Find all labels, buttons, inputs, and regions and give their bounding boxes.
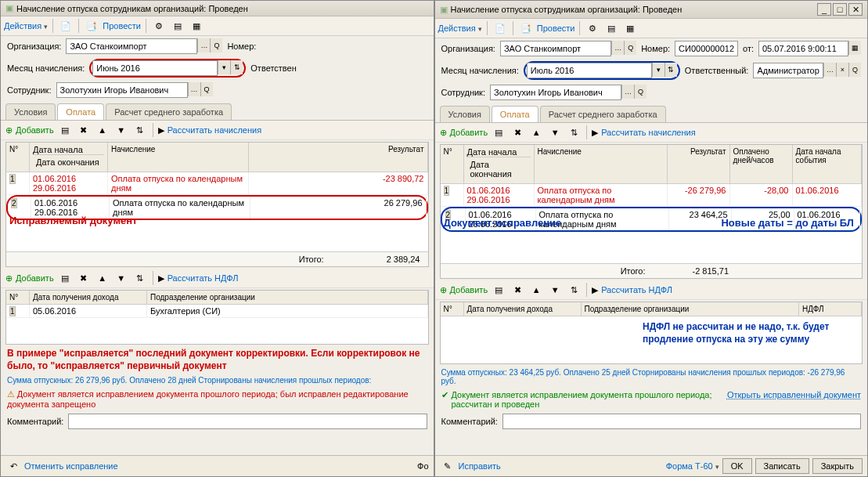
calc-ndfl-link[interactable]: Рассчитать НДФЛ xyxy=(601,285,672,295)
save-button[interactable]: Записать xyxy=(755,458,809,474)
grid-tool5[interactable]: ⇅ xyxy=(132,122,148,138)
add-icon2[interactable]: ⊕ xyxy=(440,285,447,295)
actions-menu[interactable]: Действия ▾ xyxy=(438,23,482,33)
month-dd-btn[interactable]: ▾ xyxy=(218,60,230,74)
month-dd-btn[interactable]: ▾ xyxy=(652,63,665,77)
close-btn[interactable]: ✕ xyxy=(848,3,863,16)
new-icon[interactable]: 📄 xyxy=(58,18,74,34)
comment-input[interactable] xyxy=(68,414,427,429)
post-icon[interactable]: 📑 xyxy=(84,18,99,34)
add-link[interactable]: Добавить xyxy=(450,128,488,137)
add-icon[interactable]: ⊕ xyxy=(5,125,13,136)
month-spin-btn[interactable]: ⇅ xyxy=(665,63,677,77)
date-input[interactable]: 05.07.2016 9:00:11 xyxy=(758,41,848,56)
grid2-tool1[interactable]: ▤ xyxy=(57,270,73,286)
month-spin-btn[interactable]: ⇅ xyxy=(230,60,243,74)
org-select-btn[interactable]: … xyxy=(197,38,210,52)
cancel-fix-icon[interactable]: ↶ xyxy=(5,458,21,474)
emp-select-btn[interactable]: … xyxy=(621,85,634,99)
month-input[interactable]: Июнь 2016 xyxy=(92,60,218,76)
add-link2[interactable]: Добавить xyxy=(450,285,488,295)
table-row[interactable]: 1 01.06.2016 29.06.2016 Оплата отпуска п… xyxy=(6,172,428,195)
add-icon2[interactable]: ⊕ xyxy=(5,273,13,284)
form-link[interactable]: Форма Т-60 ▾ xyxy=(666,461,719,471)
emp-clear-btn[interactable]: Q xyxy=(200,82,213,96)
resp-open-btn[interactable]: Q xyxy=(848,63,861,77)
calc-icon2[interactable]: ▶ xyxy=(592,285,598,295)
grid-tool1[interactable]: ▤ xyxy=(491,125,506,140)
emp-input[interactable]: Золотухин Игорь Иванович xyxy=(490,85,621,100)
post-link[interactable]: Провести xyxy=(537,23,575,33)
post-icon[interactable]: 📑 xyxy=(518,20,534,36)
table-row[interactable]: 1 05.06.2016 Бухгалтерия (СИ) xyxy=(6,305,428,318)
org-input[interactable]: ЗАО Станкоимпорт xyxy=(500,41,611,56)
accrual-table: N° Дата начала Дата окончания Начисление… xyxy=(5,142,429,267)
resp-clear-btn[interactable]: × xyxy=(836,63,848,77)
emp-select-btn[interactable]: … xyxy=(188,82,200,96)
cancel-fix-link[interactable]: Отменить исправление xyxy=(24,461,118,471)
calc-icon[interactable]: ▶ xyxy=(592,128,598,138)
tab-avg[interactable]: Расчет среднего заработка xyxy=(540,106,666,122)
calc-ndfl-link[interactable]: Рассчитать НДФЛ xyxy=(167,273,239,283)
grid2-tool1[interactable]: ▤ xyxy=(491,282,506,298)
grid-tool3[interactable]: ▲ xyxy=(95,122,110,138)
add-link2[interactable]: Добавить xyxy=(16,273,54,283)
num-input[interactable]: СИ000000012 xyxy=(675,41,738,56)
tree-icon[interactable]: ▦ xyxy=(189,18,204,34)
grid-tool3[interactable]: ▲ xyxy=(528,125,544,140)
list-icon[interactable]: ▤ xyxy=(603,20,619,36)
org-clear-btn[interactable]: Q xyxy=(210,38,222,52)
calc-icon2[interactable]: ▶ xyxy=(158,273,164,284)
status-right: ✔ Документ является исправлением докумен… xyxy=(435,388,868,411)
close-button[interactable]: Закрыть xyxy=(812,458,863,474)
resp-input[interactable]: Администратор xyxy=(753,63,823,78)
ok-button[interactable]: OK xyxy=(722,458,752,474)
maximize-btn[interactable]: □ xyxy=(833,3,847,16)
list-icon[interactable]: ▤ xyxy=(170,18,185,34)
comment-input[interactable] xyxy=(502,414,861,429)
tab-conditions[interactable]: Условия xyxy=(5,103,56,120)
fix-icon[interactable]: ✎ xyxy=(440,458,456,474)
grid-tool4[interactable]: ▼ xyxy=(547,125,563,140)
grid-tool5[interactable]: ⇅ xyxy=(566,125,582,140)
table-row[interactable]: 1 01.06.2016 29.06.2016 Оплата отпуска п… xyxy=(441,184,863,207)
month-input[interactable]: Июль 2016 xyxy=(527,63,652,78)
grid-tool1[interactable]: ▤ xyxy=(57,122,73,138)
tool-icon[interactable]: ⚙ xyxy=(151,18,167,34)
tab-avg[interactable]: Расчет среднего заработка xyxy=(106,103,232,120)
grid2-tool2[interactable]: ✖ xyxy=(510,282,525,298)
org-select-btn[interactable]: … xyxy=(611,41,624,55)
grid2-tool3[interactable]: ▲ xyxy=(95,270,110,286)
actions-menu[interactable]: Действия ▾ xyxy=(4,21,48,31)
emp-input[interactable]: Золотухин Игорь Иванович xyxy=(56,82,188,98)
grid-tool2[interactable]: ✖ xyxy=(76,122,92,138)
tab-payment[interactable]: Оплата xyxy=(57,103,104,120)
minimize-btn[interactable]: _ xyxy=(817,3,831,16)
calc-accr-link[interactable]: Рассчитать начисления xyxy=(167,125,262,135)
calc-icon[interactable]: ▶ xyxy=(158,125,164,136)
grid2-tool3[interactable]: ▲ xyxy=(528,282,544,298)
fix-link[interactable]: Исправить xyxy=(459,461,501,471)
post-link[interactable]: Провести xyxy=(103,21,141,31)
grid-tool2[interactable]: ✖ xyxy=(510,125,525,140)
tab-payment[interactable]: Оплата xyxy=(492,106,538,122)
grid2-tool5[interactable]: ⇅ xyxy=(566,282,582,298)
new-icon[interactable]: 📄 xyxy=(492,20,508,36)
date-cal-btn[interactable]: ▦ xyxy=(848,41,861,55)
calc-accr-link[interactable]: Рассчитать начисления xyxy=(601,128,696,137)
add-icon[interactable]: ⊕ xyxy=(440,128,447,138)
grid-tool4[interactable]: ▼ xyxy=(113,122,129,138)
tree-icon[interactable]: ▦ xyxy=(622,20,638,36)
open-fixed-link[interactable]: Открыть исправленный документ xyxy=(727,390,861,399)
grid2-tool4[interactable]: ▼ xyxy=(113,270,129,286)
add-link[interactable]: Добавить xyxy=(16,125,54,135)
tab-conditions[interactable]: Условия xyxy=(440,106,490,122)
grid2-tool4[interactable]: ▼ xyxy=(547,282,563,298)
tool-icon[interactable]: ⚙ xyxy=(585,20,600,36)
grid2-tool2[interactable]: ✖ xyxy=(76,270,92,286)
org-clear-btn[interactable]: Q xyxy=(624,41,636,55)
grid2-tool5[interactable]: ⇅ xyxy=(132,270,148,286)
emp-clear-btn[interactable]: Q xyxy=(634,85,646,99)
resp-select-btn[interactable]: … xyxy=(823,63,836,77)
org-input[interactable]: ЗАО Станкоимпорт xyxy=(66,38,197,54)
